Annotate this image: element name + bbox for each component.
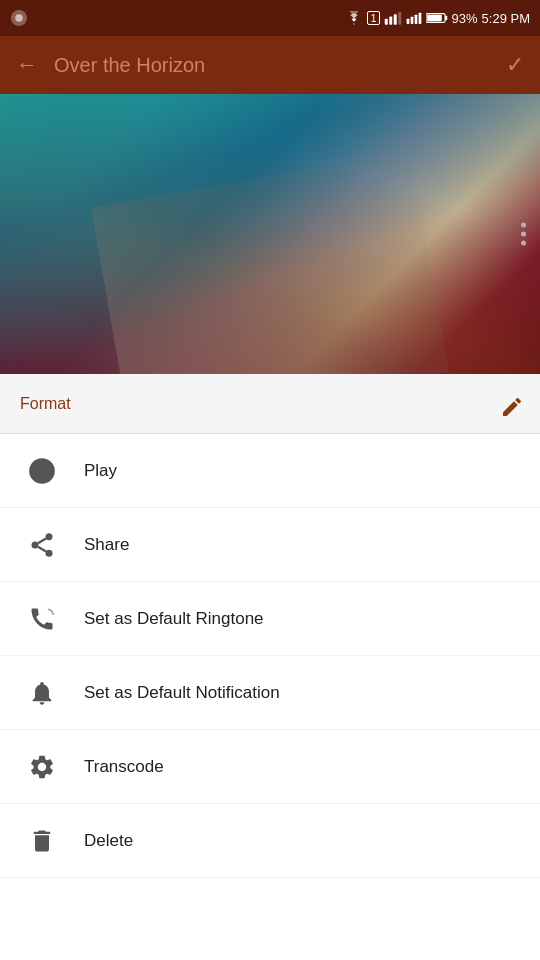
svg-rect-7: [410, 17, 413, 24]
time: 5:29 PM: [482, 11, 530, 26]
confirm-button[interactable]: ✓: [506, 52, 524, 78]
svg-rect-8: [414, 15, 417, 24]
play-icon: [20, 449, 64, 493]
svg-line-18: [38, 546, 46, 551]
svg-rect-3: [389, 17, 392, 25]
svg-point-16: [32, 541, 39, 548]
dot1: [521, 223, 526, 228]
menu-list: Play Share Set as Default Ringtone: [0, 434, 540, 878]
svg-rect-2: [384, 19, 387, 25]
delete-label: Delete: [84, 831, 133, 851]
transcode-label: Transcode: [84, 757, 164, 777]
album-art: [0, 94, 540, 374]
signal-icon: [384, 11, 402, 25]
ringtone-icon: [20, 597, 64, 641]
share-icon: [20, 523, 64, 567]
edit-icon[interactable]: [500, 395, 524, 423]
notification-item[interactable]: Set as Default Notification: [0, 656, 540, 730]
notification-label: Set as Default Notification: [84, 683, 280, 703]
trash-icon: [20, 819, 64, 863]
play-item[interactable]: Play: [0, 434, 540, 508]
status-bar: 1 93% 5:29 PM: [0, 0, 540, 36]
svg-rect-4: [393, 14, 396, 25]
transcode-item[interactable]: Transcode: [0, 730, 540, 804]
dot3: [521, 241, 526, 246]
dot2: [521, 232, 526, 237]
share-item[interactable]: Share: [0, 508, 540, 582]
svg-rect-9: [418, 13, 421, 24]
delete-item[interactable]: Delete: [0, 804, 540, 878]
svg-point-1: [15, 14, 23, 22]
battery-icon: [426, 11, 448, 25]
play-label: Play: [84, 461, 117, 481]
gear-icon: [20, 745, 64, 789]
share-label: Share: [84, 535, 129, 555]
svg-line-19: [38, 538, 46, 543]
svg-rect-11: [445, 16, 447, 20]
svg-point-15: [46, 533, 53, 540]
status-left: [10, 9, 28, 27]
back-button[interactable]: ←: [16, 52, 38, 78]
ringtone-item[interactable]: Set as Default Ringtone: [0, 582, 540, 656]
notification-bell-icon: [20, 671, 64, 715]
ringtone-label: Set as Default Ringtone: [84, 609, 264, 629]
page-title: Over the Horizon: [54, 54, 506, 77]
signal2-icon: [406, 11, 422, 25]
album-art-background: [0, 94, 540, 374]
status-icons: 1 93% 5:29 PM: [345, 11, 530, 26]
format-section: Format: [0, 374, 540, 434]
sim1-indicator: 1: [367, 11, 379, 25]
top-bar: ← Over the Horizon ✓: [0, 36, 540, 94]
more-options-button[interactable]: [521, 223, 526, 246]
battery-percent: 93%: [452, 11, 478, 26]
svg-rect-5: [398, 12, 401, 25]
format-label: Format: [20, 395, 71, 413]
app-icon: [10, 9, 28, 27]
svg-point-17: [46, 549, 53, 556]
svg-rect-6: [406, 19, 409, 24]
svg-rect-12: [427, 15, 442, 22]
wifi-icon: [345, 11, 363, 25]
